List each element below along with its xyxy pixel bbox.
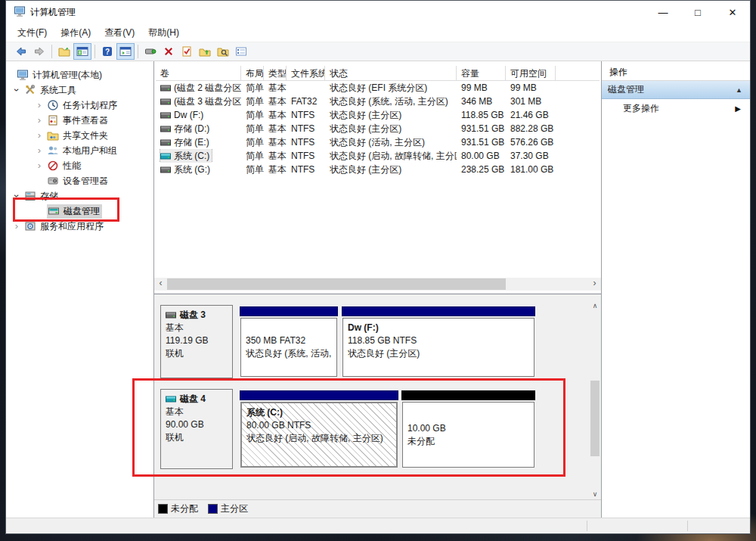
services-icon [24,220,36,232]
volume-row[interactable]: Dw (F:) 简单 基本 NTFS 状态良好 (主分区) 118.85 GB … [156,108,600,122]
back-icon[interactable] [12,43,30,60]
check-document-icon[interactable] [178,43,196,60]
vertical-scrollbar[interactable]: ∧ ∨ [590,300,600,500]
users-icon [47,145,59,157]
disk-4-label-panel[interactable]: 磁盘 4 基本 90.00 GB 联机 [160,389,233,469]
chevron-collapsed-icon[interactable]: › [35,116,44,125]
disk-3-label-panel[interactable]: 磁盘 3 基本 119.19 GB 联机 [160,305,233,378]
volume-row[interactable]: 存储 (D:) 简单 基本 NTFS 状态良好 (主分区) 931.51 GB … [156,122,600,135]
header-type[interactable]: 类型 [264,66,287,80]
volume-row[interactable]: 系统 (G:) 简单 基本 NTFS 状态良好 (主分区) 238.25 GB … [156,163,600,176]
chevron-collapsed-icon[interactable]: › [35,101,44,110]
chevron-collapsed-icon[interactable]: › [35,131,44,140]
partition-legend: 未分配 主分区 [154,499,601,518]
computer-management-window: 计算机管理 — □ ✕ 文件(F) 操作(A) 查看(V) 帮助(H) ? [5,0,751,534]
volume-icon-selected [160,153,171,160]
tree-item-computer-management[interactable]: 计算机管理(本地) [6,67,153,82]
header-layout[interactable]: 布局 [241,66,264,80]
tree-item-event-viewer[interactable]: › 事件查看器 [6,113,153,128]
window-title: 计算机管理 [30,6,76,19]
scroll-down-icon[interactable]: ∨ [590,488,600,500]
menu-help[interactable]: 帮助(H) [141,24,186,42]
tree-selection-highlight: 磁盘管理 [47,204,102,219]
minimize-button[interactable]: — [646,1,680,23]
close-button[interactable]: ✕ [715,1,750,23]
volume-row[interactable]: (磁盘 2 磁盘分区 1) 简单 基本 状态良好 (EFI 系统分区) 99 M… [156,81,600,95]
scroll-left-icon[interactable]: ‹ [154,278,167,291]
partition-color-bar [240,306,338,316]
menu-file[interactable]: 文件(F) [11,24,54,42]
volume-icon [160,98,171,105]
volume-icon [160,112,171,119]
connect-computer-icon[interactable] [141,43,160,60]
toolbar-separator [51,45,52,58]
forward-icon[interactable] [30,43,48,60]
more-actions-item[interactable]: 更多操作 ▶ [602,99,750,117]
title-bar: 计算机管理 — □ ✕ [6,1,750,23]
disk3-partition-efi[interactable]: 350 MB FAT32 状态良好 (系统, 活动, [240,306,338,377]
disk-graphical-view: 磁盘 3 基本 119.19 GB 联机 350 MB FAT32 状态良好 (… [154,294,601,518]
volume-row[interactable]: (磁盘 3 磁盘分区 1) 简单 基本 FAT32 状态良好 (系统, 活动, … [156,95,600,108]
scroll-up-icon[interactable]: ∧ [590,300,600,312]
header-status[interactable]: 状态 [325,66,457,80]
volume-list-header: 卷 布局 类型 文件系统 状态 容量 可用空间 [156,66,600,81]
disk4-unallocated-space[interactable]: 10.00 GB 未分配 [401,390,535,468]
menu-bar: 文件(F) 操作(A) 查看(V) 帮助(H) [6,23,750,42]
export-folder-icon[interactable] [55,43,73,60]
storage-icon [24,190,36,202]
unallocated-color-bar [401,390,535,400]
tree-item-performance[interactable]: › 性能 [6,158,153,173]
tree-item-device-manager[interactable]: 设备管理器 [6,173,153,188]
disk-management-pane: 卷 布局 类型 文件系统 状态 容量 可用空间 (磁盘 2 磁盘分区 1) 简单… [154,61,601,518]
tree-item-disk-management[interactable]: 磁盘管理 [6,204,153,219]
delete-icon[interactable] [160,43,178,60]
folder-up-icon[interactable] [196,43,214,60]
toolbar: ? [6,42,750,61]
volume-row-selected[interactable]: 系统 (C:) 简单 基本 NTFS 状态良好 (启动, 故障转储, 主分区) … [156,149,600,163]
tree-item-storage[interactable]: › 存储 [6,188,153,204]
folder-search-icon[interactable] [214,43,232,60]
chevron-expanded-icon[interactable]: › [12,86,21,95]
disk-management-icon [48,205,60,217]
header-free-space[interactable]: 可用空间 [506,66,556,80]
tree-item-services-applications[interactable]: › 服务和应用程序 [6,219,153,234]
show-console-tree-icon[interactable] [73,43,91,60]
statusbar-separator [687,521,688,531]
chevron-collapsed-icon[interactable]: › [35,146,44,155]
properties-list-icon[interactable] [232,43,250,60]
tree-item-local-users-groups[interactable]: › 本地用户和组 [6,143,153,158]
menu-action[interactable]: 操作(A) [54,24,98,42]
disk-3-row: 磁盘 3 基本 119.19 GB 联机 350 MB FAT32 状态良好 (… [159,305,538,378]
unallocated-swatch [159,505,167,513]
chevron-collapsed-icon[interactable]: › [35,161,44,170]
maximize-button[interactable]: □ [680,1,715,23]
vertical-scroll-thumb[interactable] [590,381,600,456]
menu-view[interactable]: 查看(V) [98,24,141,42]
actions-title: 操作 [602,61,750,81]
scroll-right-icon[interactable]: › [588,278,601,291]
volume-row[interactable]: 存储 (E:) 简单 基本 NTFS 状态良好 (活动, 主分区) 931.51… [156,135,600,149]
disk3-partition-dw-f[interactable]: Dw (F:) 118.85 GB NTFS 状态良好 (主分区) [342,306,535,377]
event-viewer-icon [47,114,59,126]
help-icon[interactable]: ? [98,43,116,60]
console-tree: 计算机管理(本地) › 系统工具 › 任务计划程序 › 事件查看器 [6,61,154,518]
actions-section-disk-management[interactable]: 磁盘管理 ▲ [602,81,750,99]
primary-partition-swatch [209,505,217,513]
header-capacity[interactable]: 容量 [457,66,506,80]
header-volume[interactable]: 卷 [156,66,241,80]
chevron-collapsed-icon[interactable]: › [12,222,21,231]
tree-item-system-tools[interactable]: › 系统工具 [6,82,153,98]
tree-item-task-scheduler[interactable]: › 任务计划程序 [6,98,153,113]
horizontal-scrollbar[interactable]: ‹ › [154,278,601,291]
disk4-partition-system-c[interactable]: 系统 (C:) 80.00 GB NTFS 状态良好 (启动, 故障转储, 主分… [240,390,398,468]
show-action-pane-icon[interactable] [116,43,135,60]
collapse-icon[interactable]: ▲ [736,86,742,94]
horizontal-scroll-thumb[interactable] [167,278,506,290]
partition-color-bar [240,390,398,400]
computer-icon [17,69,29,81]
header-filesystem[interactable]: 文件系统 [287,66,325,80]
chevron-expanded-icon[interactable]: › [12,191,21,201]
volume-list: 卷 布局 类型 文件系统 状态 容量 可用空间 (磁盘 2 磁盘分区 1) 简单… [154,61,601,293]
partition-color-bar [342,306,535,316]
tree-item-shared-folders[interactable]: › 共享文件夹 [6,128,153,143]
